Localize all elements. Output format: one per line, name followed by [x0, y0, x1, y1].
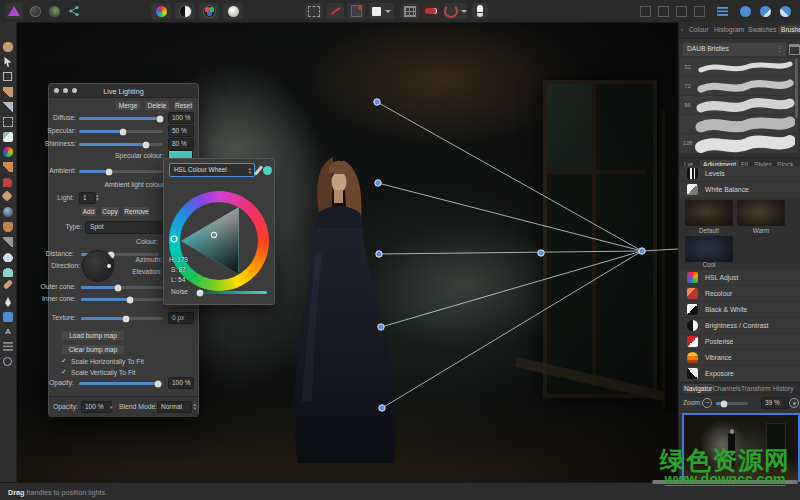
brush-row[interactable]: 72	[680, 77, 798, 95]
outer-cone-slider[interactable]	[81, 286, 163, 289]
tone-mapping-persona-icon[interactable]	[223, 3, 243, 19]
back-one-icon[interactable]	[656, 3, 671, 19]
grid-icon[interactable]	[401, 3, 419, 19]
liquify-persona-icon[interactable]	[175, 3, 195, 19]
clone-tool[interactable]	[3, 207, 13, 217]
preferences-icon[interactable]	[46, 3, 63, 19]
healing-tool[interactable]	[3, 279, 14, 290]
boolean-subtract-icon[interactable]	[757, 3, 774, 19]
brush-set-menu-icon[interactable]: ⋮	[776, 45, 783, 53]
wb-preset-warm[interactable]	[737, 200, 785, 226]
scale-vertically-checkbox[interactable]: ✓	[61, 368, 67, 376]
develop-persona-icon[interactable]	[199, 3, 219, 19]
vial-icon[interactable]	[472, 3, 488, 19]
scale-horizontally-checkbox[interactable]: ✓	[61, 357, 67, 365]
reset-button[interactable]: Reset	[173, 100, 194, 111]
inner-cone-slider[interactable]	[81, 298, 163, 301]
diffuse-slider[interactable]	[79, 117, 163, 120]
pen-slash-icon[interactable]	[326, 3, 344, 19]
tab-channels[interactable]: Channels	[713, 385, 741, 392]
copy-light-button[interactable]: Copy	[100, 206, 120, 217]
specular-slider[interactable]	[79, 130, 163, 133]
flood-select-tool[interactable]	[3, 132, 13, 142]
dialog-titlebar[interactable]: Live Lighting	[49, 84, 198, 98]
view-tool[interactable]	[3, 42, 13, 52]
tab-colour[interactable]: Colour	[689, 26, 708, 33]
tab-transform[interactable]: Transform	[741, 385, 771, 392]
delete-button[interactable]: Delete	[144, 100, 170, 111]
texture-slider[interactable]	[81, 317, 163, 320]
light-stepper[interactable]: ▴▾	[96, 193, 99, 201]
alignment-icon[interactable]	[714, 3, 731, 19]
merge-button[interactable]: Merge	[115, 100, 141, 111]
move-to-back-icon[interactable]	[638, 3, 653, 19]
marquee-tool[interactable]	[3, 117, 13, 127]
adjustment-exposure[interactable]: Exposure	[680, 366, 800, 381]
shape-tool[interactable]	[3, 312, 13, 322]
assistant-icon[interactable]	[347, 3, 365, 19]
dodge-tool[interactable]	[3, 252, 13, 262]
paint-brush-tool[interactable]	[3, 162, 13, 172]
gradient-tool[interactable]	[3, 342, 13, 352]
brush-row[interactable]: 128	[680, 134, 798, 153]
navigator-zoom-slider[interactable]	[716, 402, 748, 405]
opacity-value[interactable]: 100 %	[168, 377, 194, 389]
adjustment-white-balance[interactable]: White Balance	[680, 182, 800, 197]
diffuse-value[interactable]: 100 %	[168, 112, 194, 124]
boolean-add-icon[interactable]	[737, 3, 754, 19]
tab-swatches[interactable]: Swatches	[748, 26, 777, 33]
boolean-intersect-icon[interactable]	[777, 3, 794, 19]
wb-preset-default[interactable]	[685, 200, 733, 226]
noise-slider[interactable]	[193, 291, 267, 294]
direction-dial-thumb[interactable]	[107, 264, 111, 268]
move-tool[interactable]	[3, 57, 13, 67]
clear-bump-map-button[interactable]: Clear bump map	[61, 344, 125, 355]
wb-preset-cool[interactable]	[685, 236, 733, 262]
pencil-tool[interactable]	[3, 102, 13, 112]
shininess-value[interactable]: 80 %	[168, 138, 194, 150]
forward-one-icon[interactable]	[674, 3, 689, 19]
erase-brush-tool[interactable]	[1, 190, 12, 201]
affinity-photo-logo[interactable]	[5, 3, 23, 19]
adjustment-vibrance[interactable]: Vibrance	[680, 350, 800, 365]
liquid-tool[interactable]	[3, 267, 13, 277]
snapping-icon[interactable]	[305, 3, 323, 19]
direction-dial[interactable]	[83, 251, 113, 281]
selection-brush-tool[interactable]	[3, 87, 13, 97]
colour-wheel-tool[interactable]	[3, 147, 13, 157]
panel-collapse-icon[interactable]: ‹	[681, 26, 683, 32]
light-value[interactable]: 1	[79, 192, 96, 204]
ambient-slider[interactable]	[79, 170, 163, 173]
panel-detach-icon[interactable]	[789, 44, 800, 55]
texture-value[interactable]: 0 px	[168, 312, 194, 324]
tab-brushes[interactable]: Brushes	[778, 25, 800, 34]
specular-value[interactable]: 50 %	[168, 125, 194, 137]
load-bump-map-button[interactable]: Load bump map	[61, 330, 125, 341]
fill-swatch-dropdown[interactable]	[369, 3, 394, 19]
rotate-canvas-icon[interactable]	[443, 3, 467, 19]
photo-persona-icon[interactable]	[151, 3, 171, 19]
text-tool[interactable]: A	[3, 327, 13, 337]
opacity-slider[interactable]	[79, 382, 163, 385]
move-to-front-icon[interactable]	[692, 3, 707, 19]
tab-navigator[interactable]: Navigator	[682, 384, 714, 393]
smudge-tool[interactable]	[3, 237, 13, 247]
slice-toggle-icon[interactable]	[422, 3, 440, 19]
blur-tool[interactable]	[3, 222, 13, 232]
adjustment-black-white[interactable]: Black & White	[680, 302, 800, 317]
add-light-button[interactable]: Add	[80, 206, 97, 217]
adjustment-recolour[interactable]: Recolour	[680, 286, 800, 301]
zoom-value[interactable]: 39 %	[761, 397, 789, 409]
brush-row[interactable]: 32	[680, 58, 798, 76]
brush-row[interactable]	[680, 115, 798, 133]
blend-mode-value[interactable]: Normal	[157, 401, 192, 413]
tab-histogram[interactable]: Histogram	[714, 26, 744, 33]
pen-tool[interactable]	[3, 297, 13, 307]
footer-opacity-value[interactable]: 100 %	[81, 401, 112, 413]
brush-row[interactable]: 96	[680, 96, 798, 114]
zoom-tool[interactable]	[3, 357, 12, 366]
crop-tool[interactable]	[3, 72, 12, 81]
share-nodes-icon[interactable]	[65, 3, 82, 19]
brush-set-dropdown[interactable]: DAUB Bristles ⋮	[682, 42, 787, 57]
colour-profile-icon[interactable]	[27, 3, 44, 19]
